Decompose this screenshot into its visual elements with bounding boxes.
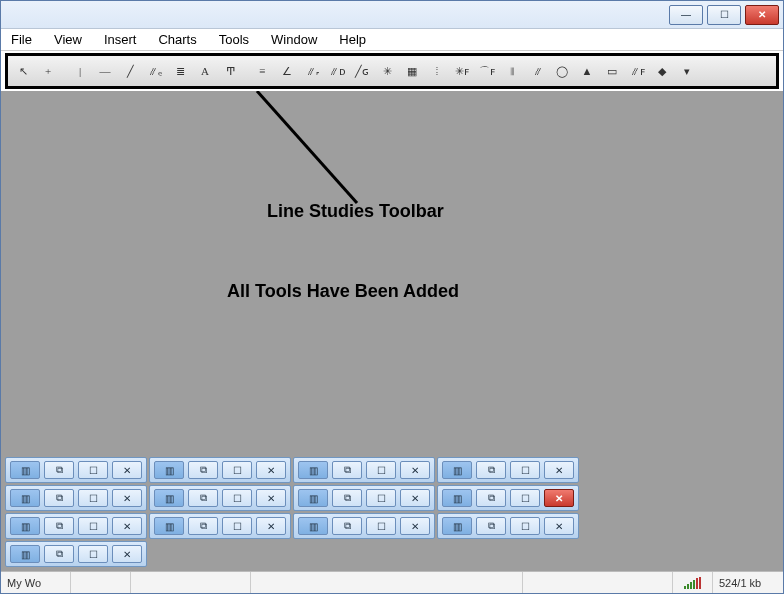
mdi-restore-button[interactable]: ⧉ — [332, 489, 362, 507]
mdi-icon-button[interactable]: ▥ — [154, 489, 184, 507]
menu-charts[interactable]: Charts — [154, 30, 200, 49]
menu-tools[interactable]: Tools — [215, 30, 253, 49]
mdi-icon-button[interactable]: ▥ — [442, 461, 472, 479]
pitchfork-icon[interactable]: ⫽ꜰ — [626, 60, 648, 82]
mdi-restore-button[interactable]: ⧉ — [44, 517, 74, 535]
mdi-close-button[interactable]: ✕ — [544, 461, 574, 479]
text-label-icon[interactable]: Ͳ — [219, 60, 241, 82]
mdi-close-button[interactable]: ✕ — [400, 461, 430, 479]
mdi-close-button[interactable]: ✕ — [112, 461, 142, 479]
mdi-restore-button[interactable]: ⧉ — [476, 461, 506, 479]
gann-grid-icon[interactable]: ▦ — [401, 60, 423, 82]
horizontal-line-icon[interactable]: — — [94, 60, 116, 82]
equidistant-channel-icon[interactable]: ⫽ₑ — [144, 60, 166, 82]
mdi-max-button[interactable]: ☐ — [510, 517, 540, 535]
minimized-window[interactable]: ▥⧉☐✕ — [437, 457, 579, 483]
mdi-close-button[interactable]: ✕ — [112, 517, 142, 535]
triangle-icon[interactable]: ▲ — [576, 60, 598, 82]
text-icon[interactable]: A — [194, 60, 216, 82]
mdi-close-button[interactable]: ✕ — [256, 517, 286, 535]
minimized-window[interactable]: ▥⧉☐✕ — [5, 513, 147, 539]
minimized-window[interactable]: ▥⧉☐✕ — [5, 541, 147, 567]
mdi-icon-button[interactable]: ▥ — [298, 461, 328, 479]
mdi-icon-button[interactable]: ▥ — [298, 489, 328, 507]
crosshair-icon[interactable]: + — [37, 60, 59, 82]
mdi-restore-button[interactable]: ⧉ — [44, 461, 74, 479]
custom-icon[interactable]: ◆ — [651, 60, 673, 82]
mdi-max-button[interactable]: ☐ — [78, 461, 108, 479]
rectangle-icon[interactable]: ▭ — [601, 60, 623, 82]
mdi-max-button[interactable]: ☐ — [78, 489, 108, 507]
menu-file[interactable]: File — [7, 30, 36, 49]
trendline-angle-icon[interactable]: ∠ — [276, 60, 298, 82]
mdi-icon-button[interactable]: ▥ — [154, 517, 184, 535]
mdi-icon-button[interactable]: ▥ — [154, 461, 184, 479]
fibo-arc-icon[interactable]: ⌒ꜰ — [476, 60, 498, 82]
mdi-close-button[interactable]: ✕ — [256, 461, 286, 479]
gann-fan-icon[interactable]: ✳ — [376, 60, 398, 82]
minimized-window[interactable]: ▥⧉☐✕ — [149, 513, 291, 539]
minimize-button[interactable]: — — [669, 5, 703, 25]
mdi-icon-button[interactable]: ▥ — [10, 461, 40, 479]
menu-view[interactable]: View — [50, 30, 86, 49]
maximize-button[interactable]: ☐ — [707, 5, 741, 25]
regression-channel-icon[interactable]: ⫽ᵣ — [301, 60, 323, 82]
minimized-window[interactable]: ▥⧉☐✕ — [293, 457, 435, 483]
equidistant-icon[interactable]: ≡ — [251, 60, 273, 82]
mdi-icon-button[interactable]: ▥ — [442, 517, 472, 535]
minimized-window[interactable]: ▥⧉☐✕ — [293, 513, 435, 539]
mdi-restore-button[interactable]: ⧉ — [188, 461, 218, 479]
mdi-max-button[interactable]: ☐ — [78, 517, 108, 535]
minimized-window[interactable]: ▥⧉☐✕ — [437, 485, 579, 511]
mdi-close-button[interactable]: ✕ — [256, 489, 286, 507]
mdi-restore-button[interactable]: ⧉ — [44, 489, 74, 507]
vertical-line-icon[interactable]: | — [69, 60, 91, 82]
mdi-icon-button[interactable]: ▥ — [10, 545, 40, 563]
mdi-close-button[interactable]: ✕ — [112, 545, 142, 563]
fibo-time-icon[interactable]: ⦙ — [426, 60, 448, 82]
mdi-icon-button[interactable]: ▥ — [442, 489, 472, 507]
stddev-channel-icon[interactable]: ⫽ᴅ — [326, 60, 348, 82]
cursor-icon[interactable]: ↖ — [12, 60, 34, 82]
mdi-max-button[interactable]: ☐ — [222, 517, 252, 535]
mdi-max-button[interactable]: ☐ — [366, 517, 396, 535]
gann-line-icon[interactable]: ╱ɢ — [351, 60, 373, 82]
mdi-close-button[interactable]: ✕ — [544, 517, 574, 535]
menu-window[interactable]: Window — [267, 30, 321, 49]
minimized-window[interactable]: ▥⧉☐✕ — [5, 485, 147, 511]
mdi-restore-button[interactable]: ⧉ — [188, 517, 218, 535]
mdi-max-button[interactable]: ☐ — [510, 461, 540, 479]
minimized-window[interactable]: ▥⧉☐✕ — [149, 485, 291, 511]
mdi-restore-button[interactable]: ⧉ — [476, 517, 506, 535]
mdi-restore-button[interactable]: ⧉ — [332, 517, 362, 535]
mdi-icon-button[interactable]: ▥ — [298, 517, 328, 535]
fibo-channel-icon[interactable]: ⦀ — [501, 60, 523, 82]
minimized-window[interactable]: ▥⧉☐✕ — [437, 513, 579, 539]
minimized-window[interactable]: ▥⧉☐✕ — [149, 457, 291, 483]
mdi-restore-button[interactable]: ⧉ — [44, 545, 74, 563]
mdi-max-button[interactable]: ☐ — [222, 461, 252, 479]
dropdown-icon[interactable]: ▾ — [676, 60, 698, 82]
ellipse-icon[interactable]: ◯ — [551, 60, 573, 82]
mdi-restore-button[interactable]: ⧉ — [188, 489, 218, 507]
fibonacci-retracement-icon[interactable]: ≣ — [169, 60, 191, 82]
menu-insert[interactable]: Insert — [100, 30, 141, 49]
mdi-restore-button[interactable]: ⧉ — [332, 461, 362, 479]
menu-help[interactable]: Help — [335, 30, 370, 49]
fibo-expansion-icon[interactable]: ⫽ — [526, 60, 548, 82]
mdi-icon-button[interactable]: ▥ — [10, 489, 40, 507]
mdi-close-button[interactable]: ✕ — [112, 489, 142, 507]
mdi-max-button[interactable]: ☐ — [78, 545, 108, 563]
mdi-icon-button[interactable]: ▥ — [10, 517, 40, 535]
mdi-close-button[interactable]: ✕ — [544, 489, 574, 507]
fibo-fan-icon[interactable]: ✳ꜰ — [451, 60, 473, 82]
mdi-max-button[interactable]: ☐ — [366, 461, 396, 479]
mdi-max-button[interactable]: ☐ — [510, 489, 540, 507]
trendline-icon[interactable]: ╱ — [119, 60, 141, 82]
minimized-window[interactable]: ▥⧉☐✕ — [5, 457, 147, 483]
close-button[interactable]: ✕ — [745, 5, 779, 25]
minimized-window[interactable]: ▥⧉☐✕ — [293, 485, 435, 511]
mdi-close-button[interactable]: ✕ — [400, 517, 430, 535]
mdi-close-button[interactable]: ✕ — [400, 489, 430, 507]
mdi-max-button[interactable]: ☐ — [222, 489, 252, 507]
